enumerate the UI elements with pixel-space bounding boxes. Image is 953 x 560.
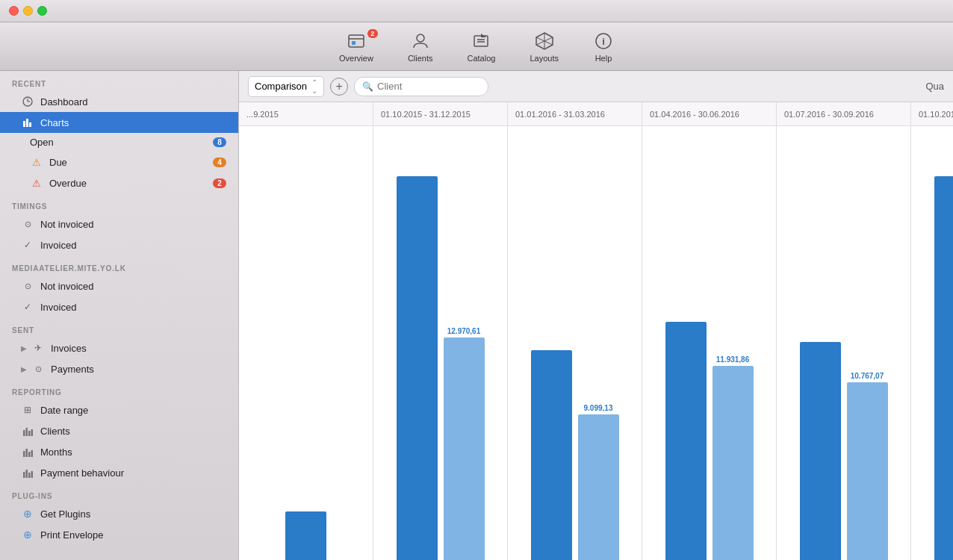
not-invoiced-m-label: Not invoiced [40,281,226,292]
due-badge: 4 [213,158,226,167]
sidebar-item-payment-behaviour[interactable]: Payment behaviour [0,462,238,483]
svg-rect-24 [23,451,25,457]
section-sent: SENT [0,317,238,337]
svg-rect-2 [352,41,356,45]
chart-col-header-col0: ...9.2015 [239,102,373,126]
sidebar-item-months[interactable]: Months [0,441,238,462]
sidebar-item-open[interactable]: Open 8 [0,133,238,152]
comparison-dropdown[interactable]: Comparison ⌃⌄ [248,76,324,97]
sidebar: RECENT Dashboard Charts Open 8 ⚠ Due 4 ⚠ [0,71,239,560]
sidebar-item-not-invoiced-m[interactable]: ⊙ Not invoiced [0,276,238,296]
charts-label: Charts [40,117,226,128]
invoiced-t-icon: ✓ [21,238,34,252]
sidebar-item-invoiced-m[interactable]: ✓ Invoiced [0,296,238,317]
overdue-label: Overdue [49,178,213,189]
chart-col-body-col4: 12.737,8510.767,07 [777,126,910,560]
svg-rect-26 [28,452,31,457]
light-bar-value-col4: 10.767,07 [851,372,884,380]
section-mediaatelier: MEDIAATELIER.MITE.YO.LK [0,255,238,276]
light-bar-value-col3: 11.931,86 [716,355,750,364]
bar-group-col5: 17.587,926.5... [934,134,954,560]
section-reporting: REPORTING [0,379,238,399]
dark-bar-col0 [285,511,326,560]
get-plugins-icon: ⊕ [21,507,34,520]
payments-label: Payments [51,364,226,375]
bar-group-col4: 12.737,8510.767,07 [800,134,888,560]
svg-rect-22 [28,431,31,436]
sidebar-item-date-range[interactable]: ⊞ Date range [0,399,238,420]
chart-columns-wrapper: ...9.2015767,0701.10.2015 - 31.12.201517… [239,102,953,560]
svg-rect-21 [25,428,28,436]
svg-text:i: i [602,36,605,47]
invoices-label: Invoices [51,343,226,354]
sidebar-item-clients-r[interactable]: Clients [0,420,238,441]
toolbar-item-help[interactable]: i Help [587,28,620,66]
toolbar-item-catalog[interactable]: Catalog [462,28,502,66]
chart-column-col5: 01.10.2016 - 31...17.587,926.5... [911,102,953,560]
search-icon: 🔍 [362,81,373,92]
client-search-input[interactable] [377,81,467,92]
dark-bar-value-col0: 767,07 [294,501,317,509]
toolbar-item-overview[interactable]: 2 Overview [333,28,379,66]
dark-bar-value-col2: 12.327,86 [535,340,568,348]
dark-bar-col4 [800,342,841,560]
svg-rect-17 [23,121,25,127]
chart-col-header-col5: 01.10.2016 - 31... [911,102,953,126]
chart-col-header-col1: 01.10.2015 - 31.12.2015 [373,102,507,126]
chart-column-col2: 01.01.2016 - 31.03.201612.327,869.099,13 [508,102,642,560]
chart-col-header-col3: 01.04.2016 - 30.06.2016 [642,102,776,126]
filterbar: Comparison ⌃⌄ + 🔍 Qua [239,71,953,102]
payment-behaviour-icon [21,466,34,479]
bar-group-col1: 17.587,9212.970,61 [397,134,485,560]
light-bar-container-col4: 10.767,07 [847,134,888,560]
open-badge: 8 [213,137,226,147]
months-icon [21,445,34,458]
invoiced-t-label: Invoiced [40,240,226,251]
sidebar-item-payments[interactable]: ▶ ⊙ Payments [0,358,238,379]
sidebar-item-due[interactable]: ⚠ Due 4 [0,152,238,172]
chart-col-header-col2: 01.01.2016 - 31.03.2016 [508,102,642,126]
sidebar-item-overdue[interactable]: ⚠ Overdue 2 [0,172,238,193]
minimize-button[interactable] [23,6,33,16]
maximize-button[interactable] [37,6,47,16]
sidebar-item-invoiced-t[interactable]: ✓ Invoiced [0,234,238,255]
overview-badge: 2 [367,29,378,38]
print-envelope-label: Print Envelope [40,529,226,541]
payments-icon: ⊙ [31,362,45,376]
sidebar-item-invoices[interactable]: ▶ ✈ Invoices [0,337,238,358]
svg-rect-29 [25,470,28,478]
help-icon: i [593,31,614,52]
months-label: Months [40,447,226,458]
light-bar-col4 [847,382,888,560]
svg-rect-30 [28,473,31,478]
date-range-label: Date range [40,405,226,416]
bar-group-col2: 12.327,869.099,13 [531,134,619,560]
svg-rect-19 [29,122,31,127]
sidebar-item-get-plugins[interactable]: ⊕ Get Plugins [0,503,238,524]
bar-group-col0: 767,07 [285,134,326,560]
sidebar-item-dashboard[interactable]: Dashboard [0,91,238,112]
print-envelope-icon: ⊕ [21,528,34,541]
due-label: Due [49,157,213,168]
sidebar-item-charts[interactable]: Charts [0,112,238,133]
add-filter-button[interactable]: + [330,78,348,96]
clients-icon [410,31,431,52]
svg-rect-23 [31,429,33,436]
section-timings: TIMINGS [0,193,238,214]
toolbar-item-layouts[interactable]: Layouts [524,28,565,66]
svg-rect-0 [349,35,364,47]
toolbar-item-clients[interactable]: Clients [402,28,439,66]
sidebar-item-not-invoiced-t[interactable]: ⊙ Not invoiced [0,214,238,234]
close-button[interactable] [9,6,19,16]
catalog-label: Catalog [468,54,496,63]
invoices-icon: ✈ [31,341,45,355]
dark-bar-value-col5: 17.587,92 [938,166,953,174]
sidebar-item-print-envelope[interactable]: ⊕ Print Envelope [0,524,238,545]
not-invoiced-t-label: Not invoiced [40,219,226,230]
section-recent: RECENT [0,71,238,91]
dark-bar-col5 [934,176,954,560]
dark-bar-col1 [397,176,438,560]
titlebar [0,0,953,22]
layouts-icon [534,31,555,52]
chart-col-body-col1: 17.587,9212.970,61 [373,126,507,560]
